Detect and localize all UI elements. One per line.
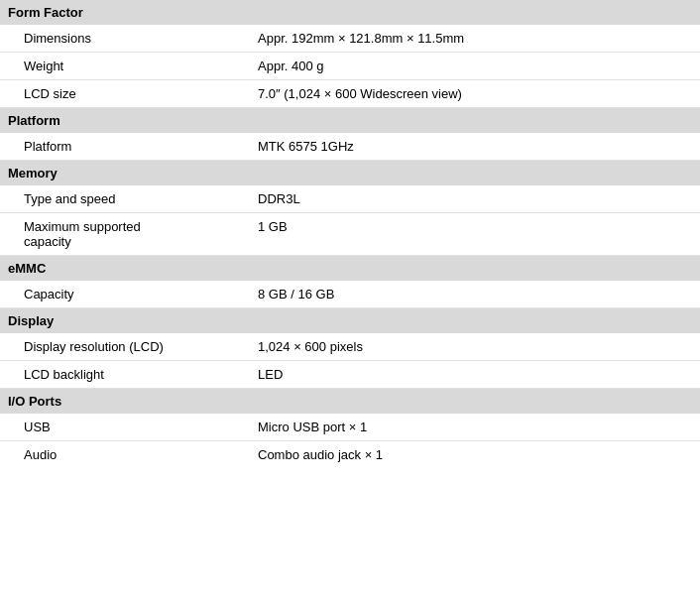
- spec-label: LCD backlight: [0, 361, 198, 389]
- section-title-display: Display: [0, 308, 700, 334]
- table-row: WeightAppr. 400 g: [0, 53, 700, 80]
- section-title-form-factor: Form Factor: [0, 0, 700, 25]
- table-row: PlatformMTK 6575 1GHz: [0, 133, 700, 161]
- section-header-display: Display: [0, 308, 700, 334]
- spec-label: Maximum supported capacity: [0, 213, 198, 256]
- specs-table: Form FactorDimensionsAppr. 192mm × 121.8…: [0, 0, 700, 468]
- spec-label: Weight: [0, 53, 198, 80]
- spec-label: Capacity: [0, 281, 198, 308]
- table-row: LCD backlightLED: [0, 361, 700, 389]
- table-row: LCD size7.0″ (1,024 × 600 Widescreen vie…: [0, 80, 700, 108]
- section-title-emmc: eMMC: [0, 256, 700, 282]
- table-row: Capacity8 GB / 16 GB: [0, 281, 700, 308]
- spec-value: Appr. 400 g: [198, 53, 700, 80]
- spec-value: 7.0″ (1,024 × 600 Widescreen view): [198, 80, 700, 108]
- table-row: AudioCombo audio jack × 1: [0, 441, 700, 469]
- spec-value: Combo audio jack × 1: [198, 441, 700, 469]
- section-title-memory: Memory: [0, 161, 700, 186]
- table-row: Maximum supported capacity1 GB: [0, 213, 700, 256]
- section-header-form-factor: Form Factor: [0, 0, 700, 25]
- spec-value: 1,024 × 600 pixels: [198, 333, 700, 361]
- section-header-memory: Memory: [0, 161, 700, 186]
- section-title-io-ports: I/O Ports: [0, 389, 700, 415]
- table-row: DimensionsAppr. 192mm × 121.8mm × 11.5mm: [0, 25, 700, 53]
- table-row: Display resolution (LCD)1,024 × 600 pixe…: [0, 333, 700, 361]
- spec-label: USB: [0, 414, 198, 441]
- spec-label: Audio: [0, 441, 198, 469]
- spec-value: DDR3L: [198, 185, 700, 213]
- section-header-platform: Platform: [0, 108, 700, 134]
- section-header-emmc: eMMC: [0, 256, 700, 282]
- spec-label: LCD size: [0, 80, 198, 108]
- spec-value: MTK 6575 1GHz: [198, 133, 700, 161]
- spec-label: Display resolution (LCD): [0, 333, 198, 361]
- spec-label: Type and speed: [0, 185, 198, 213]
- spec-value: Micro USB port × 1: [198, 414, 700, 441]
- spec-value: 1 GB: [198, 213, 700, 256]
- spec-label: Platform: [0, 133, 198, 161]
- spec-value: 8 GB / 16 GB: [198, 281, 700, 308]
- section-title-platform: Platform: [0, 108, 700, 134]
- spec-value: Appr. 192mm × 121.8mm × 11.5mm: [198, 25, 700, 53]
- spec-value: LED: [198, 361, 700, 389]
- spec-label: Dimensions: [0, 25, 198, 53]
- section-header-io-ports: I/O Ports: [0, 389, 700, 415]
- table-row: Type and speedDDR3L: [0, 185, 700, 213]
- table-row: USBMicro USB port × 1: [0, 414, 700, 441]
